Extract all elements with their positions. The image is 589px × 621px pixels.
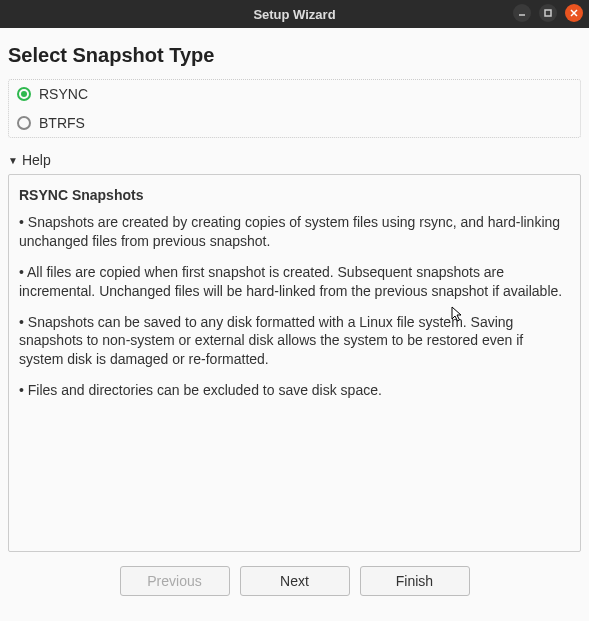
radio-btrfs[interactable]: BTRFS bbox=[9, 108, 580, 137]
previous-button[interactable]: Previous bbox=[120, 566, 230, 596]
help-title: RSYNC Snapshots bbox=[19, 187, 570, 203]
close-icon bbox=[569, 8, 579, 18]
chevron-down-icon: ▼ bbox=[8, 155, 18, 166]
close-button[interactable] bbox=[565, 4, 583, 22]
content-area: Select Snapshot Type RSYNC BTRFS ▼ Help … bbox=[0, 28, 589, 552]
window-controls bbox=[513, 4, 583, 22]
maximize-icon bbox=[543, 8, 553, 18]
snapshot-type-group: RSYNC BTRFS bbox=[8, 79, 581, 138]
minimize-button[interactable] bbox=[513, 4, 531, 22]
help-toggle[interactable]: ▼ Help bbox=[8, 152, 581, 168]
minimize-icon bbox=[517, 8, 527, 18]
radio-rsync-label: RSYNC bbox=[39, 86, 88, 102]
next-button[interactable]: Next bbox=[240, 566, 350, 596]
window-title: Setup Wizard bbox=[253, 7, 335, 22]
page-title: Select Snapshot Type bbox=[8, 44, 581, 67]
help-paragraph: • Files and directories can be excluded … bbox=[19, 381, 570, 400]
radio-btrfs-label: BTRFS bbox=[39, 115, 85, 131]
help-paragraph: • Snapshots can be saved to any disk for… bbox=[19, 313, 570, 370]
help-toggle-label: Help bbox=[22, 152, 51, 168]
maximize-button[interactable] bbox=[539, 4, 557, 22]
radio-icon bbox=[17, 87, 31, 101]
radio-rsync[interactable]: RSYNC bbox=[9, 80, 580, 108]
wizard-footer: Previous Next Finish bbox=[0, 552, 589, 610]
svg-rect-1 bbox=[545, 10, 551, 16]
titlebar: Setup Wizard bbox=[0, 0, 589, 28]
finish-button[interactable]: Finish bbox=[360, 566, 470, 596]
radio-icon bbox=[17, 116, 31, 130]
help-paragraph: • All files are copied when first snapsh… bbox=[19, 263, 570, 301]
help-panel: RSYNC Snapshots • Snapshots are created … bbox=[8, 174, 581, 552]
help-paragraph: • Snapshots are created by creating copi… bbox=[19, 213, 570, 251]
